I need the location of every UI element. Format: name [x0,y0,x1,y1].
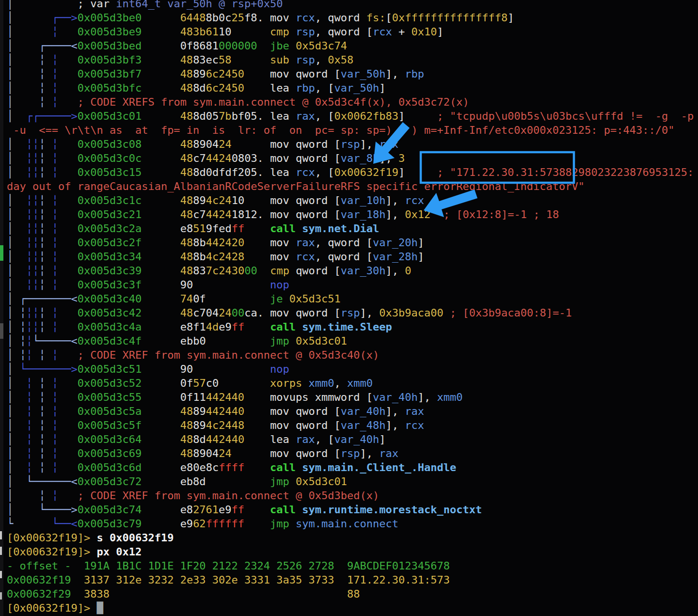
text-token: ╎╎ [26,222,39,235]
disasm-0x005d3c72: │ └──────<0x005d3c72 eb8d jmp 0x5d3c01 [7,474,694,489]
text-token: 0x005d3c2a [78,222,180,235]
text-token: 8d05 [193,110,219,122]
disasm-0x005d3c5a: │ ╎ ╎ ╎ 0x005d3c5a 4889442440 mov qword … [7,404,694,418]
text-token: ╎ [52,251,78,263]
text-token: 0x005d3c79 [78,518,180,530]
text-token: ╎╎ [26,321,39,333]
text-token: 0803. [232,152,270,164]
text-token: 0x005d3c5a [78,405,180,417]
text-token: e9 [180,518,193,530]
disasm-0x005d3c74: │ └────>0x005d3c74 e82761e9ff call sym.r… [7,503,694,517]
text-token: 0x005d3c51 [78,363,180,375]
text-token: └──< [52,518,78,530]
text-token: │ ╎ [7,490,52,502]
disasm-0x005d3c4a: │ ╎╎╎╎ ╎ 0x005d3c4a e8f14de9ff call sym.… [7,320,694,334]
text-token: ], [386,194,405,206]
text-token: rbp [296,82,315,94]
xref-comment-2: │ ╎╎ ╎ ╎ ; CODE XREF from sym.main.conne… [7,348,694,362]
disasm-0x005d3bed: │ ┌────<0x005d3bed 0f8681000000 jbe 0x5d… [7,39,694,53]
text-token: ╎ [52,377,78,389]
text-token: eb8d [180,475,270,488]
text-token: mov qword [ [270,405,341,417]
text-token [257,265,270,277]
text-token: 48 [180,447,193,459]
text-token: ╎ [32,447,52,459]
text-token: mov qword [ [270,68,341,80]
text-token: 48 [180,54,193,66]
text-token: │ ╎ [7,68,52,80]
text-token: ], [386,208,405,221]
text-token: 48 [180,265,193,277]
text-token: │ [7,405,26,417]
text-token: 7c2430 [206,265,244,277]
background-window-artifact [0,592,2,600]
text-token: 4c24 [206,194,232,206]
radare2-terminal-window[interactable]: │ ; var int64_t var_50h @ rsp+0x50│ ┌──>… [0,0,698,616]
text-token: ╎ [39,194,52,206]
text-token: cmp [270,265,296,277]
disasm-0x005d3c3f: │ ╎╎╎ ╎ 0x005d3c3f 90 nop [7,278,694,292]
text-token: movups xmmword [ [270,391,373,403]
text-token: rcx [296,251,315,263]
text-token: 88 [347,588,360,600]
text-token: 0x005d3c0c [78,152,180,164]
text-token: mov qword [ [270,194,341,206]
text-token: sym.main._Client_.Handle [302,461,456,474]
text-token: rsp [341,307,360,319]
text-token [232,54,270,66]
text-token: ╎ [52,349,78,361]
text-token: 8b [193,251,206,263]
text-token: 0xfffffffffffffff8 [392,12,508,24]
text-token: 9fed [206,222,232,235]
string-comment-wrap-2: day out of rangeCaucasian_AlbanianRCodeS… [7,179,694,193]
text-token: 0x58 [328,54,353,66]
text-token: ╎╎ [26,251,39,263]
text-token: 83ec [193,54,219,66]
text-token: e9 [219,504,232,516]
text-token: ffff [219,461,244,474]
text-token [244,504,270,516]
text-token: lea [270,433,296,445]
text-token: , qword [ [315,237,373,249]
text-token: ; [0x3b9aca00:8]=-1 [444,307,572,319]
text-token: │ [7,138,26,150]
text-token: call [270,461,302,474]
text-token: │ ╎ [7,307,26,319]
text-token: mov [270,12,296,24]
text-token: 0x005d3bfc [78,82,180,94]
text-token: 171.22.30.31:573 [334,574,450,586]
text-token [244,433,270,445]
text-token: ╎ [52,447,78,459]
text-token [244,391,270,403]
text-token: ], [386,68,405,80]
text-token: 3137 312e 3232 2e33 302e 3331 3a35 3733 [84,574,334,586]
text-token [232,447,270,459]
terminal-cursor[interactable]: █ [96,602,103,614]
background-window-artifact [0,531,2,539]
background-window-artifact [0,0,3,616]
disasm-0x005d3bf3: │ ╎ ╎ 0x005d3bf3 4883ec58 sub rsp, 0x58 [7,53,694,67]
disasm-0x005d3c39: │ ╎╎╎ ╎ 0x005d3c39 48837c243000 cmp qwor… [7,264,694,278]
text-token: 0x0062fb83 [334,110,398,122]
text-token: │ └──────< [7,475,78,488]
text-token: 0x005d3c55 [78,391,180,403]
text-token: 442420 [206,237,244,249]
background-window-artifact [0,323,3,339]
text-token: c7 [193,208,206,221]
text-token: 0x12 [405,208,430,221]
text-token: jmp [270,475,296,488]
text-token [244,222,270,235]
text-token: ╎ [39,222,52,235]
text-token: 8904 [193,447,219,459]
text-token: 48 [180,251,193,263]
text-token: ╎ [52,461,78,474]
text-token: var_10h [341,194,386,206]
text-token: rsp [296,26,315,38]
text-token: rsp [341,138,360,150]
disasm-0x005d3bf7: │ ╎ ╎ 0x005d3bf7 48896c2450 mov qword [v… [7,67,694,81]
text-token: mov qword [ [270,138,341,150]
text-token: │ [7,237,26,249]
text-token: │ [7,251,26,263]
text-token: ╎ [32,419,52,431]
text-token: 4424 [206,152,232,164]
